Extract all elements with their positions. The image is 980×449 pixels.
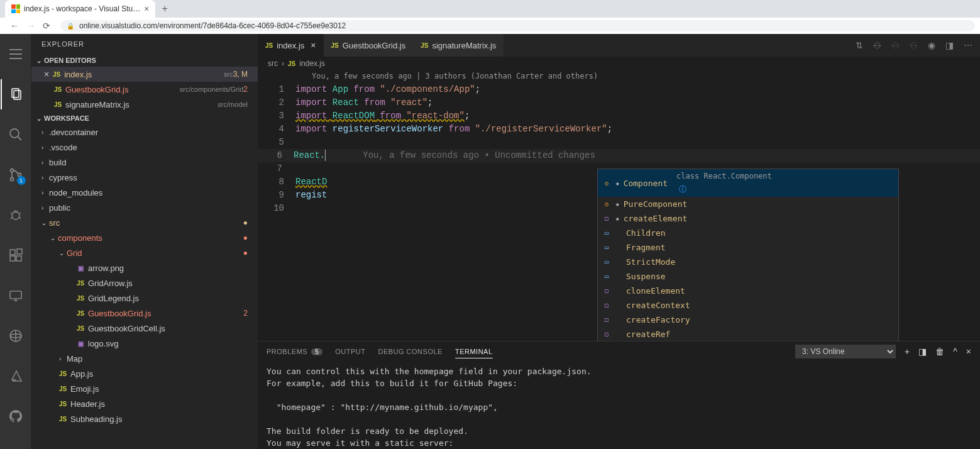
star-icon: ★ (615, 197, 620, 211)
code-editor[interactable]: 1import App from "./components/App"; 2im… (258, 83, 980, 341)
js-icon: JS (58, 385, 68, 392)
folder-item[interactable]: ›.devcontainer (31, 125, 258, 140)
js-icon: JS (75, 295, 85, 302)
open-editor-item[interactable]: JSGuestbookGrid.jssrc/components/Grid2 (31, 82, 258, 97)
chevron-icon: › (41, 189, 49, 196)
info-icon[interactable]: ⓘ (676, 185, 689, 194)
breadcrumb[interactable]: src › JS index.js (258, 57, 980, 70)
intellisense-popup[interactable]: ◇★Componentclass React.Componentⓘ◇★PureC… (597, 169, 899, 341)
search-icon[interactable] (1, 119, 31, 150)
intellisense-item[interactable]: ◇★Componentclass React.Componentⓘ (598, 169, 898, 197)
editor-tab[interactable]: JSsignatureMatrix.js (413, 34, 504, 57)
file-item[interactable]: JSGridLegend.js (31, 291, 258, 306)
intellisense-item[interactable]: ◻★createElement (598, 211, 898, 226)
tab-problems[interactable]: PROBLEMS 5 (267, 348, 322, 355)
terminal-selector[interactable]: 3: VS Online (795, 345, 896, 358)
open-editor-item[interactable]: JSsignatureMatrix.jssrc/model (31, 97, 258, 112)
tab-terminal[interactable]: TERMINAL (455, 348, 493, 358)
file-item[interactable]: ▣logo.svg (31, 336, 258, 351)
reload-button[interactable]: ⟳ (43, 21, 50, 31)
folder-item[interactable]: ›public (31, 200, 258, 215)
more-actions-icon[interactable]: ⋯ (964, 40, 972, 51)
intellisense-item[interactable]: ◻cloneElement (598, 284, 898, 298)
file-item[interactable]: JSGuestbookGrid.js2 (31, 306, 258, 321)
close-icon[interactable]: × (41, 69, 52, 79)
chevron-icon: › (41, 129, 49, 136)
intellisense-item[interactable]: ▭Children (598, 226, 898, 240)
split-editor-icon[interactable]: ◨ (945, 40, 954, 51)
tab-debug-console[interactable]: DEBUG CONSOLE (378, 348, 442, 355)
file-item[interactable]: JSHeader.js (31, 396, 258, 411)
svg-rect-10 (17, 249, 22, 254)
intellisense-item[interactable]: ◻createContext (598, 298, 898, 313)
extensions-icon[interactable] (1, 240, 31, 270)
liveshare-icon[interactable] (1, 321, 31, 351)
folder-item[interactable]: ›build (31, 155, 258, 170)
editor-tab[interactable]: JSGuestbookGrid.js (324, 34, 414, 57)
close-icon[interactable]: × (311, 40, 316, 50)
github-icon[interactable] (1, 401, 31, 431)
svg-rect-9 (16, 256, 21, 261)
browser-tab[interactable]: index.js - workspace - Visual Stu… × (5, 0, 155, 18)
file-item[interactable]: JSGuestbookGridCell.js (31, 321, 258, 336)
method-icon: ◻ (602, 313, 612, 326)
intellisense-item[interactable]: ▭Suspense (598, 269, 898, 284)
folder-item[interactable]: ⌄src● (31, 215, 258, 230)
codelens-text[interactable]: You, a few seconds ago | 3 authors (Jona… (258, 70, 980, 83)
intellisense-item[interactable]: ◇★PureComponent (598, 197, 898, 211)
kill-terminal-icon[interactable]: 🗑 (935, 346, 944, 357)
folder-item[interactable]: ›Map (31, 351, 258, 366)
address-bar[interactable]: 🔒 online.visualstudio.com/environment/7d… (60, 20, 975, 31)
intellisense-item[interactable]: ▭Fragment (598, 240, 898, 255)
image-icon: ▣ (75, 265, 85, 272)
debug-icon[interactable] (1, 200, 31, 230)
tab-output[interactable]: OUTPUT (335, 348, 365, 355)
editor-tab[interactable]: JSindex.js× (258, 34, 324, 57)
js-icon: JS (75, 310, 85, 317)
close-panel-icon[interactable]: × (966, 346, 971, 357)
split-terminal-icon[interactable]: ◨ (918, 346, 927, 357)
folder-item[interactable]: ›node_modules (31, 185, 258, 200)
maximize-panel-icon[interactable]: ^ (953, 346, 957, 357)
chevron-down-icon: ⌄ (36, 115, 41, 122)
intellisense-item[interactable]: ◻createFactory (598, 313, 898, 327)
workspace-header[interactable]: ⌄ WORKSPACE (31, 112, 258, 125)
svg-rect-8 (10, 256, 15, 261)
terminal-output[interactable]: You can control this with the homepage f… (258, 362, 980, 449)
folder-item[interactable]: ⌄components● (31, 230, 258, 245)
folder-item[interactable]: ⌄Grid● (31, 245, 258, 260)
explorer-icon[interactable] (1, 79, 31, 109)
js-icon: JS (58, 416, 68, 423)
intellisense-item[interactable]: ▭StrictMode (598, 255, 898, 269)
azure-icon[interactable] (1, 361, 31, 391)
back-button[interactable]: ← (10, 21, 19, 31)
open-editor-item[interactable]: ×JSindex.jssrc3, M (31, 67, 258, 82)
lock-icon: 🔒 (67, 23, 74, 30)
go-back-icon[interactable]: ⦵ (873, 40, 881, 51)
file-item[interactable]: JSEmoji.js (31, 381, 258, 396)
js-icon: JS (53, 86, 63, 93)
run-icon[interactable]: ◉ (928, 40, 935, 51)
open-editors-header[interactable]: ⌄ OPEN EDITORS (31, 54, 258, 67)
new-tab-button[interactable]: + (158, 3, 171, 14)
file-item[interactable]: JSApp.js (31, 366, 258, 381)
next-change-icon[interactable]: ⦵ (910, 40, 918, 51)
var-icon: ▭ (602, 241, 612, 254)
file-item[interactable]: JSGridArrow.js (31, 275, 258, 291)
scm-icon[interactable]: 1 (1, 160, 31, 190)
prev-change-icon[interactable]: ⦵ (891, 40, 900, 51)
file-item[interactable]: ▣arrow.png (31, 260, 258, 275)
folder-item[interactable]: ›.vscode (31, 140, 258, 155)
intellisense-item[interactable]: ◻createRef (598, 327, 898, 341)
js-icon: JS (75, 280, 85, 287)
js-icon: JS (288, 60, 295, 67)
new-terminal-icon[interactable]: + (905, 346, 910, 357)
folder-item[interactable]: ›cypress (31, 170, 258, 185)
remote-icon[interactable] (1, 280, 31, 311)
close-icon[interactable]: × (144, 4, 149, 14)
menu-button[interactable] (1, 39, 31, 69)
compare-changes-icon[interactable]: ⇅ (856, 40, 863, 51)
file-item[interactable]: JSSubheading.js (31, 411, 258, 426)
forward-button: → (26, 21, 35, 31)
chevron-icon: › (59, 355, 67, 362)
